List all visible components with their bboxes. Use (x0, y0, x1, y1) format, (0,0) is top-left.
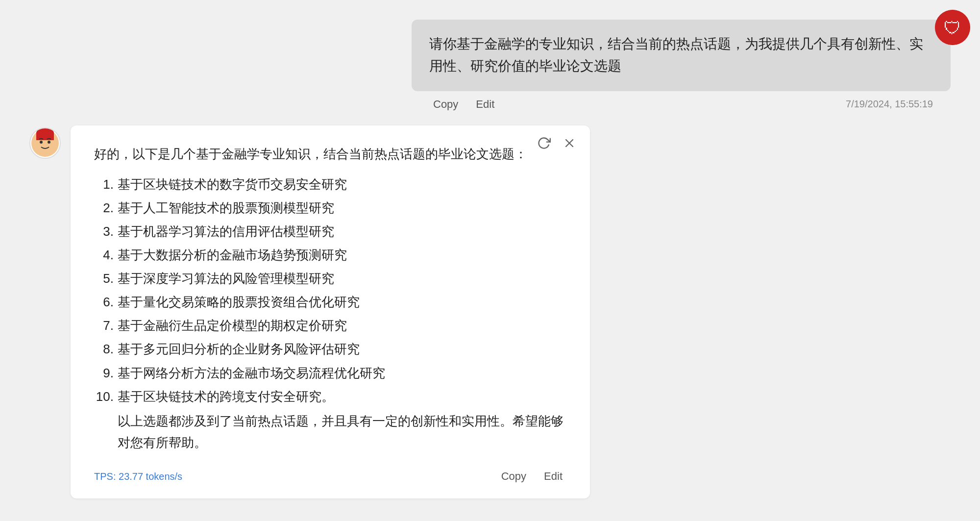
list-item-text: 基于金融衍生品定价模型的期权定价研究 (118, 314, 347, 337)
list-item-num: 2. (94, 196, 114, 220)
list-item-num: 1. (94, 173, 114, 196)
ai-list-item: 3.基于机器学习算法的信用评估模型研究 (94, 220, 566, 243)
svg-text:🛡: 🛡 (944, 18, 961, 38)
tps-text: TPS: 23.77 tokens/s (94, 471, 182, 482)
list-item-text: 基于多元回归分析的企业财务风险评估研究 (118, 337, 360, 361)
ai-intro-text: 好的，以下是几个基于金融学专业知识，结合当前热点话题的毕业论文选题： (94, 143, 566, 165)
ai-avatar-icon (30, 128, 60, 158)
list-item-text: 基于量化交易策略的股票投资组合优化研究 (118, 290, 360, 314)
user-message-timestamp: 7/19/2024, 15:55:19 (846, 99, 933, 110)
refresh-icon (537, 136, 551, 150)
ai-list-item: 7.基于金融衍生品定价模型的期权定价研究 (94, 314, 566, 337)
ai-avatar (29, 127, 61, 159)
user-message-bubble: 请你基于金融学的专业知识，结合当前的热点话题，为我提供几个具有创新性、实用性、研… (412, 20, 951, 91)
ai-list-item: 2.基于人工智能技术的股票预测模型研究 (94, 196, 566, 220)
list-item-text: 基于机器学习算法的信用评估模型研究 (118, 220, 334, 243)
ai-list: 1.基于区块链技术的数字货币交易安全研究2.基于人工智能技术的股票预测模型研究3… (94, 173, 566, 408)
chat-container: 请你基于金融学的专业知识，结合当前的热点话题，为我提供几个具有创新性、实用性、研… (0, 0, 980, 518)
ai-copy-button[interactable]: Copy (497, 468, 530, 485)
user-message-actions: Copy Edit 7/19/2024, 15:55:19 (412, 91, 951, 116)
user-message-text: 请你基于金融学的专业知识，结合当前的热点话题，为我提供几个具有创新性、实用性、研… (429, 36, 923, 74)
list-item-text: 基于大数据分析的金融市场趋势预测研究 (118, 243, 347, 267)
list-item-num: 4. (94, 243, 114, 267)
list-item-text: 基于人工智能技术的股票预测模型研究 (118, 196, 334, 220)
list-item-num: 5. (94, 267, 114, 290)
ai-refresh-button[interactable] (535, 134, 553, 154)
ai-list-item: 8.基于多元回归分析的企业财务风险评估研究 (94, 337, 566, 361)
ai-list-item: 5.基于深度学习算法的风险管理模型研究 (94, 267, 566, 290)
ai-message-footer: TPS: 23.77 tokens/s Copy Edit (94, 463, 566, 485)
list-item-text: 基于网络分析方法的金融市场交易流程优化研究 (118, 361, 385, 385)
list-item-text: 基于区块链技术的数字货币交易安全研究 (118, 173, 347, 196)
user-copy-button[interactable]: Copy (429, 96, 462, 113)
svg-point-6 (48, 141, 50, 144)
ai-close-button[interactable] (561, 134, 578, 154)
ai-list-item: 10.基于区块链技术的跨境支付安全研究。 (94, 385, 566, 408)
user-message-actions-left: Copy Edit (429, 96, 498, 113)
user-message-block: 请你基于金融学的专业知识，结合当前的热点话题，为我提供几个具有创新性、实用性、研… (412, 20, 951, 116)
svg-point-5 (40, 141, 43, 144)
list-item-num: 10. (94, 385, 114, 408)
close-icon (563, 136, 576, 150)
ai-edit-button[interactable]: Edit (540, 468, 566, 485)
ai-list-item: 4.基于大数据分析的金融市场趋势预测研究 (94, 243, 566, 267)
ai-list-item: 6.基于量化交易策略的股票投资组合优化研究 (94, 290, 566, 314)
list-item-num: 8. (94, 337, 114, 361)
ai-list-item: 9.基于网络分析方法的金融市场交易流程优化研究 (94, 361, 566, 385)
user-edit-button[interactable]: Edit (472, 96, 498, 113)
list-item-text: 基于区块链技术的跨境支付安全研究。 (118, 385, 334, 408)
ai-extra-text: 以上选题都涉及到了当前热点话题，并且具有一定的创新性和实用性。希望能够对您有所帮… (94, 410, 566, 453)
list-item-num: 9. (94, 361, 114, 385)
list-item-num: 3. (94, 220, 114, 243)
ai-message-wrapper: 好的，以下是几个基于金融学专业知识，结合当前热点话题的毕业论文选题： 1.基于区… (29, 125, 951, 499)
user-message-wrapper: 请你基于金融学的专业知识，结合当前的热点话题，为我提供几个具有创新性、实用性、研… (29, 20, 951, 116)
svg-rect-4 (36, 133, 54, 140)
ai-message-controls (535, 134, 578, 154)
ai-footer-actions: Copy Edit (497, 468, 566, 485)
avatar-icon: 🛡 (935, 10, 970, 45)
list-item-num: 7. (94, 314, 114, 337)
top-right-avatar[interactable]: 🛡 (935, 10, 970, 45)
list-item-text: 基于深度学习算法的风险管理模型研究 (118, 267, 334, 290)
ai-list-item: 1.基于区块链技术的数字货币交易安全研究 (94, 173, 566, 196)
ai-message-block: 好的，以下是几个基于金融学专业知识，结合当前热点话题的毕业论文选题： 1.基于区… (71, 125, 590, 499)
list-item-num: 6. (94, 290, 114, 314)
